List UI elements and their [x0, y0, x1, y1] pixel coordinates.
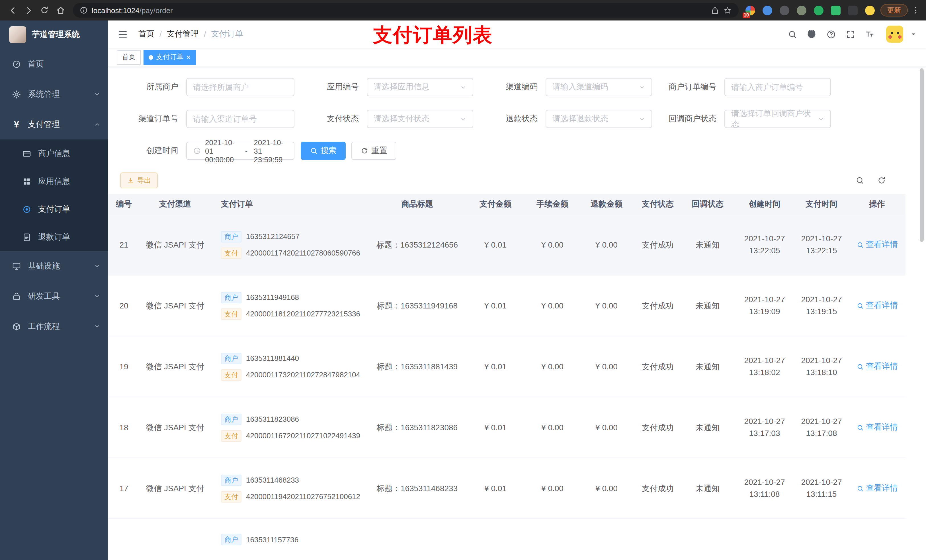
search-icon[interactable]: [785, 27, 800, 42]
table-row[interactable]: 17 微信 JSAPI 支付 商户 1635311468233 支付 42000…: [108, 458, 905, 519]
browser-home-button[interactable]: [52, 2, 68, 19]
breadcrumb-payment[interactable]: 支付管理: [167, 29, 199, 39]
dark-extension-icon[interactable]: [780, 5, 789, 15]
cell-title: 标题：1635311949168: [370, 300, 464, 312]
cell-create-time: 2021-10-27 13:11:08: [735, 476, 794, 500]
create-time: 13:19:09: [735, 306, 794, 318]
site-info-icon[interactable]: [80, 6, 88, 14]
browser-update-button[interactable]: 更新: [881, 4, 908, 17]
close-icon[interactable]: ×: [186, 53, 191, 61]
credit-card-icon: [22, 149, 32, 158]
font-size-icon[interactable]: [862, 27, 877, 42]
export-button[interactable]: 导出: [120, 172, 158, 189]
date-range-picker[interactable]: 2021-10-01 00:00:00 - 2021-10-31 23:59:5…: [186, 142, 294, 160]
view-detail-link[interactable]: 查看详情: [849, 240, 905, 250]
browser-forward-button[interactable]: [21, 2, 36, 19]
blue-extension-icon[interactable]: [763, 5, 772, 15]
toggle-search-icon[interactable]: [855, 176, 864, 185]
sidebar-item-label: 首页: [28, 59, 44, 69]
share-icon[interactable]: [711, 6, 719, 15]
sidebar-item-infrastructure[interactable]: 基础设施: [0, 251, 108, 281]
caret-down-icon[interactable]: [910, 31, 917, 38]
col-header-create-time: 创建时间: [735, 199, 794, 210]
search-button[interactable]: 搜索: [301, 142, 346, 160]
refund-status-select[interactable]: 请选择退款状态: [546, 110, 652, 128]
breadcrumb-home[interactable]: 首页: [138, 29, 154, 39]
merchant-tag: 商户: [221, 474, 242, 486]
puzzle-extension-icon[interactable]: [848, 5, 858, 15]
tab-pay-order[interactable]: 支付订单 ×: [144, 50, 196, 65]
channel-pay-no: 4200001194202110276752100612: [246, 492, 360, 501]
merchant-order-no: 1635311157736: [246, 535, 298, 544]
app-id-select[interactable]: 请选择应用信息: [367, 78, 473, 96]
sidebar-item-app-info[interactable]: 应用信息: [0, 167, 108, 195]
channel-order-no-input[interactable]: [186, 110, 294, 128]
sidebar-item-label: 研发工具: [28, 291, 60, 301]
cell-notify: 未通知: [681, 421, 735, 433]
sidebar-item-home[interactable]: 首页: [0, 49, 108, 79]
colorful-extension-icon[interactable]: 10: [746, 5, 755, 15]
pay-status-select[interactable]: 请选择支付状态: [367, 110, 473, 128]
sidebar-item-refund-order[interactable]: 退款订单: [0, 223, 108, 251]
merchant-order-no-input[interactable]: [725, 78, 831, 96]
table-row[interactable]: 19 微信 JSAPI 支付 商户 1635311881440 支付 42000…: [108, 337, 905, 397]
browser-back-button[interactable]: [5, 2, 21, 19]
emoji-extension-icon[interactable]: [865, 5, 875, 15]
sidebar-item-workflow[interactable]: 工作流程: [0, 311, 108, 341]
sidebar-item-system[interactable]: 系统管理: [0, 79, 108, 109]
view-detail-link[interactable]: 查看详情: [849, 483, 905, 494]
chat-extension-icon[interactable]: [831, 5, 841, 15]
olive-extension-icon[interactable]: [797, 5, 806, 15]
view-detail-link[interactable]: 查看详情: [849, 422, 905, 433]
create-date: 2021-10-27: [735, 476, 794, 488]
cell-pay-order: 商户 1635311823086 支付 42000011672021102710…: [211, 414, 370, 441]
merchant-input[interactable]: [186, 78, 294, 96]
avatar[interactable]: [886, 26, 903, 43]
sidebar-item-merchant-info[interactable]: 商户信息: [0, 139, 108, 167]
reset-button[interactable]: 重置: [351, 142, 396, 160]
cell-channel: 微信 JSAPI 支付: [139, 361, 211, 373]
cell-id: 18: [108, 421, 139, 433]
date-end: 2021-10-31 23:59:59: [254, 138, 287, 164]
filter-notify-status: 回调商户状态 请选择订单回调商户状态: [652, 110, 831, 128]
pay-order-line: 支付 4200001173202110272847982104: [221, 369, 370, 380]
channel-code-select[interactable]: 请输入渠道编码: [546, 78, 652, 96]
cell-pay-time: 2021-10-27 13:11:15: [794, 476, 849, 500]
table-header: 编号 支付渠道 支付订单 商品标题 支付金额 手续金额 退款金额 支付状态 回调…: [108, 194, 905, 214]
extension-badge: 10: [743, 12, 750, 18]
view-detail-link[interactable]: 查看详情: [849, 361, 905, 371]
sidebar-item-label: 退款订单: [38, 232, 70, 242]
tab-home[interactable]: 首页: [117, 50, 141, 65]
cell-notify: 未通知: [681, 300, 735, 312]
sidebar-item-payment[interactable]: ¥ 支付管理: [0, 109, 108, 139]
view-detail-label: 查看详情: [866, 300, 898, 311]
scrollbar-thumb[interactable]: [920, 68, 924, 242]
table-row[interactable]: 20 微信 JSAPI 支付 商户 1635311949168 支付 42000…: [108, 275, 905, 337]
breadcrumb-current: 支付订单: [211, 29, 243, 39]
view-detail-label: 查看详情: [866, 422, 898, 433]
refresh-icon[interactable]: [877, 176, 886, 185]
create-date: 2021-10-27: [735, 233, 794, 245]
green-circle-extension-icon[interactable]: [814, 5, 823, 15]
merchant-order-line: 商户 1635311881440: [221, 353, 370, 364]
github-icon[interactable]: [804, 27, 819, 42]
filter-label: 创建时间: [108, 146, 178, 156]
bookmark-star-icon[interactable]: [723, 6, 732, 15]
fullscreen-icon[interactable]: [843, 27, 858, 42]
pay-time: 13:19:15: [794, 306, 849, 318]
cell-refund: ¥ 0.00: [578, 300, 635, 312]
view-detail-link[interactable]: 查看详情: [849, 300, 905, 311]
help-icon[interactable]: [823, 27, 838, 42]
table-row[interactable]: 21 微信 JSAPI 支付 商户 1635312124657 支付 42000…: [108, 214, 905, 275]
hamburger-icon[interactable]: [117, 29, 128, 39]
breadcrumb-separator: /: [204, 30, 206, 39]
notify-status-select[interactable]: 请选择订单回调商户状态: [725, 110, 831, 128]
table-row[interactable]: 18 微信 JSAPI 支付 商户 1635311823086 支付 42000…: [108, 397, 905, 458]
sidebar-item-pay-order[interactable]: 支付订单: [0, 195, 108, 223]
cell-fee: ¥ 0.00: [527, 300, 578, 312]
browser-menu-icon[interactable]: [910, 6, 921, 15]
cell-id: 19: [108, 361, 139, 373]
address-bar[interactable]: localhost:1024/pay/order: [73, 3, 738, 18]
sidebar-item-dev-tools[interactable]: 研发工具: [0, 281, 108, 311]
browser-reload-button[interactable]: [36, 2, 52, 19]
